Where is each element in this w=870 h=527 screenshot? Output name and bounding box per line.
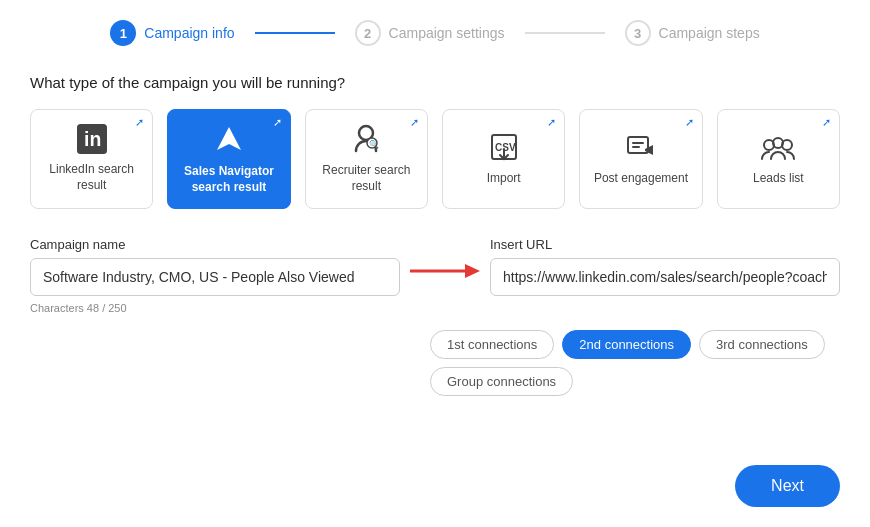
- post-engagement-icon: [625, 131, 657, 163]
- step-1[interactable]: 1 Campaign info: [90, 20, 254, 46]
- card-sales-navigator-label: Sales Navigator search result: [178, 164, 279, 195]
- campaign-name-group: Campaign name Characters 48 / 250: [30, 237, 400, 314]
- step-2-circle: 2: [355, 20, 381, 46]
- card-recruiter[interactable]: ➚ 🔍 Recruiter search result: [305, 109, 428, 209]
- step-2-label: Campaign settings: [389, 25, 505, 41]
- svg-text:in: in: [84, 128, 101, 150]
- arrow-svg: [410, 259, 480, 283]
- card-leads-list[interactable]: ➚ Leads list: [717, 109, 840, 209]
- svg-text:🔍: 🔍: [369, 139, 379, 149]
- card-sales-navigator[interactable]: ➚ Sales Navigator search result: [167, 109, 290, 209]
- leads-list-icon: [761, 131, 795, 163]
- insert-url-input[interactable]: [490, 258, 840, 296]
- campaign-type-question: What type of the campaign you will be ru…: [30, 74, 840, 91]
- char-count: Characters 48 / 250: [30, 302, 400, 314]
- card-linkedin-label: LinkedIn search result: [41, 162, 142, 193]
- ext-icon-post: ➚: [685, 116, 694, 129]
- campaign-name-label: Campaign name: [30, 237, 400, 252]
- card-import-label: Import: [487, 171, 521, 187]
- step-2[interactable]: 2 Campaign settings: [335, 20, 525, 46]
- connection-chips: 1st connections 2nd connections 3rd conn…: [430, 330, 840, 396]
- linkedin-icon: in: [77, 124, 107, 154]
- divider-2: [525, 32, 605, 34]
- ext-icon-sales-navigator: ➚: [273, 116, 282, 129]
- card-linkedin[interactable]: ➚ in LinkedIn search result: [30, 109, 153, 209]
- divider-1: [255, 32, 335, 34]
- campaign-name-input[interactable]: [30, 258, 400, 296]
- step-1-circle: 1: [110, 20, 136, 46]
- card-recruiter-label: Recruiter search result: [316, 163, 417, 194]
- step-3[interactable]: 3 Campaign steps: [605, 20, 780, 46]
- step-3-label: Campaign steps: [659, 25, 760, 41]
- arrow-indicator: [410, 259, 480, 283]
- card-post-engagement[interactable]: ➚ Post engagement: [579, 109, 702, 209]
- card-leads-list-label: Leads list: [753, 171, 804, 187]
- campaign-type-cards: ➚ in LinkedIn search result ➚ Sales Navi…: [30, 109, 840, 209]
- next-button[interactable]: Next: [735, 465, 840, 507]
- chip-2nd-connections[interactable]: 2nd connections: [562, 330, 691, 359]
- ext-icon-recruiter: ➚: [410, 116, 419, 129]
- insert-url-group: Insert URL: [490, 237, 840, 296]
- next-button-container: Next: [735, 465, 840, 507]
- svg-marker-13: [465, 264, 480, 278]
- ext-icon-import: ➚: [547, 116, 556, 129]
- ext-icon-leads: ➚: [822, 116, 831, 129]
- card-post-engagement-label: Post engagement: [594, 171, 688, 187]
- insert-url-label: Insert URL: [490, 237, 840, 252]
- step-1-label: Campaign info: [144, 25, 234, 41]
- chip-3rd-connections[interactable]: 3rd connections: [699, 330, 825, 359]
- card-import[interactable]: ➚ CSV Import: [442, 109, 565, 209]
- page-container: 1 Campaign info 2 Campaign settings 3 Ca…: [0, 0, 870, 527]
- sales-navigator-icon: [212, 122, 246, 156]
- svg-text:CSV: CSV: [495, 142, 516, 153]
- ext-icon-linkedin: ➚: [135, 116, 144, 129]
- chip-1st-connections[interactable]: 1st connections: [430, 330, 554, 359]
- step-3-circle: 3: [625, 20, 651, 46]
- svg-marker-2: [217, 127, 241, 150]
- recruiter-icon: 🔍: [350, 123, 382, 155]
- import-icon: CSV: [488, 131, 520, 163]
- chip-group-connections[interactable]: Group connections: [430, 367, 573, 396]
- stepper: 1 Campaign info 2 Campaign settings 3 Ca…: [30, 20, 840, 46]
